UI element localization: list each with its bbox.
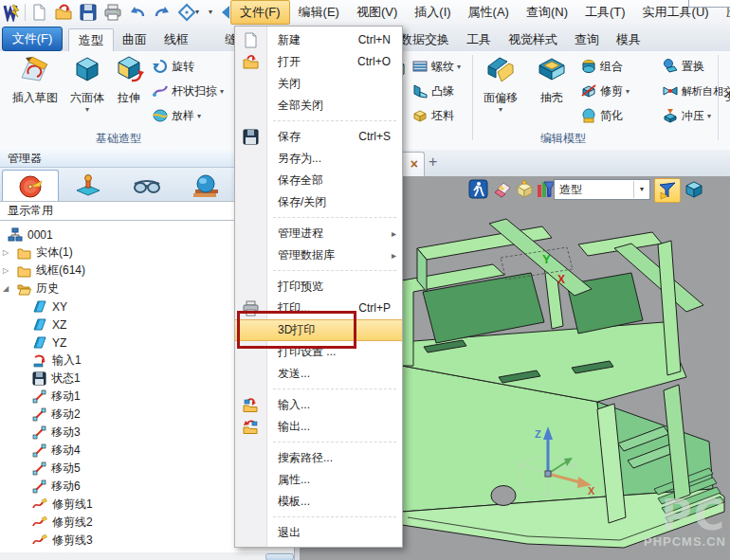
filter-toggle-button[interactable] (654, 178, 681, 203)
loft-button[interactable]: 放样▾ (152, 106, 201, 125)
move-icon (32, 461, 46, 476)
ribbon-tab-wireframe[interactable]: 线框 (155, 28, 197, 50)
view-gesture-icon[interactable] (177, 3, 196, 22)
menubar-item-view[interactable]: 视图(V) (348, 0, 406, 25)
face-offset-button[interactable]: 面偏移 ▾ (476, 53, 525, 114)
new-file-icon[interactable] (29, 3, 48, 22)
menubar-item-tools[interactable]: 工具(T) (576, 0, 634, 25)
gesture-dropdown-icon[interactable]: ▾ (195, 3, 205, 22)
menu-item-print-preview[interactable]: 打印预览 (235, 276, 402, 298)
menu-item-properties[interactable]: 属性... (235, 469, 402, 491)
menu-item-export[interactable]: 输出... (235, 416, 402, 438)
expander-icon[interactable]: ◢ (0, 284, 11, 293)
stock-icon (411, 107, 429, 124)
ribbon-tab-visual-style[interactable]: 视觉样式 (501, 28, 565, 50)
ribbon-tab-tools[interactable]: 工具 (459, 28, 499, 50)
simplify-button[interactable]: 简化 (580, 106, 623, 125)
new-tab-button[interactable]: + (429, 154, 437, 171)
combine-button[interactable]: 组合 (580, 57, 623, 76)
flange-button[interactable]: 凸缘 (411, 81, 454, 100)
resolve-self-intersection-button[interactable]: 解析自相交 (662, 81, 730, 100)
level-filter-combo[interactable]: 造型 ▾ (554, 179, 650, 200)
tab-history-manager[interactable] (2, 170, 59, 202)
menu-item-close-all[interactable]: 全部关闭 (235, 95, 402, 117)
close-tab-icon[interactable]: × (411, 155, 418, 172)
menu-item-manage-database[interactable]: 管理数据库▸ (235, 244, 402, 266)
stock-button[interactable]: 坯料 (411, 106, 454, 125)
ribbon-tab-surface[interactable]: 曲面 (114, 28, 155, 50)
ribbon-tab-inquire[interactable]: 查询 (567, 28, 607, 50)
dropdown-arrow-icon[interactable]: ▾ (476, 106, 525, 114)
menu-item-save[interactable]: 保存Ctrl+S (235, 126, 402, 148)
redo-icon[interactable] (153, 3, 172, 22)
undo-icon[interactable] (128, 3, 147, 22)
menubar-item-file[interactable]: 文件(F) (230, 0, 290, 25)
color-filter-icon[interactable] (536, 179, 556, 199)
tree-horizontal-scrollbar[interactable] (0, 552, 294, 560)
scrollbar-thumb[interactable] (265, 553, 294, 560)
tab-assembly-manager[interactable] (61, 170, 116, 201)
print-icon[interactable] (103, 3, 122, 22)
dropdown-arrow-icon[interactable]: ▾ (457, 63, 461, 71)
menu-item-send[interactable]: 发送... (235, 363, 402, 385)
menu-item-3d-print[interactable]: 3D打印 (235, 319, 402, 341)
trim-button[interactable]: 修剪▾ (580, 81, 630, 100)
menu-item-print[interactable]: 打印...Ctrl+P (235, 298, 402, 319)
save-icon[interactable] (79, 3, 98, 22)
thread-button[interactable]: 螺纹▾ (411, 57, 461, 76)
tab-view-manager[interactable] (178, 170, 233, 201)
replace-button[interactable]: 置换 (662, 57, 704, 76)
walkthrough-icon[interactable] (468, 179, 488, 199)
insert-sketch-button[interactable]: 插入草图 (6, 53, 64, 106)
menubar-item-edit[interactable]: 编辑(E) (290, 0, 348, 25)
expander-icon[interactable]: ▷ (0, 248, 11, 257)
ribbon-file-button[interactable]: 文件(F) (2, 27, 63, 51)
rod-sweep-button[interactable]: 杆状扫掠▾ (152, 81, 224, 100)
datum-box-icon[interactable] (515, 179, 535, 199)
menu-item-import[interactable]: 输入... (235, 394, 402, 416)
revolve-button[interactable]: 旋转 (152, 57, 194, 76)
dropdown-arrow-icon[interactable]: ▾ (707, 112, 711, 120)
datum-plane-icon (32, 335, 47, 350)
menu-item-save-all[interactable]: 保存全部 (235, 170, 402, 191)
datum-plane-icon (32, 299, 47, 314)
menubar-item-insert[interactable]: 插入(I) (406, 0, 459, 25)
menu-item-new[interactable]: 新建Ctrl+N (235, 29, 402, 51)
menu-item-exit[interactable]: 退出 (235, 522, 402, 544)
tab-visual-style-manager[interactable] (119, 170, 174, 201)
expander-icon[interactable]: ▷ (0, 266, 11, 275)
menu-item-search-path[interactable]: 搜索路径... (235, 447, 402, 469)
box-button[interactable]: 六面体 ▾ (66, 53, 108, 114)
punch-button[interactable]: 冲压▾ (662, 106, 711, 125)
shell-icon (536, 53, 568, 85)
menu-item-open[interactable]: 打开Ctrl+O (235, 51, 402, 73)
dropdown-arrow-icon[interactable]: ▾ (197, 112, 201, 120)
rod-sweep-icon (152, 82, 169, 99)
ribbon-tab-mold[interactable]: 模具 (609, 28, 648, 50)
partial-ribbon-button[interactable]: 变 (724, 89, 730, 105)
menu-item-save-as[interactable]: 另存为... (235, 148, 402, 170)
sphere-icon (192, 172, 220, 199)
eraser-icon[interactable] (492, 179, 512, 199)
shell-button[interactable]: 抽壳 (529, 53, 575, 106)
menu-item-template[interactable]: 模板... (235, 491, 402, 513)
customize-toolbar-icon[interactable]: ▾ (205, 3, 216, 22)
menubar-item-attribute[interactable]: 属性(A) (460, 0, 518, 25)
dropdown-arrow-icon[interactable]: ▾ (66, 106, 108, 114)
menu-item-close[interactable]: 关闭 (235, 73, 402, 95)
menu-item-print-setup[interactable]: 打印设置 ... (235, 341, 402, 363)
move-icon (32, 389, 46, 404)
extrude-button[interactable]: 拉伸 (110, 53, 148, 106)
shaded-display-button[interactable] (683, 179, 705, 200)
menu-item-manage-session[interactable]: 管理进程▸ (235, 223, 402, 244)
dropdown-arrow-icon[interactable]: ▾ (626, 87, 630, 96)
menu-item-save-close[interactable]: 保存/关闭 (235, 191, 402, 213)
group-separator (472, 55, 473, 140)
open-file-icon[interactable] (54, 3, 73, 22)
glasses-icon (133, 172, 161, 199)
menubar-item-inquire[interactable]: 查询(N) (518, 0, 576, 25)
thread-icon (411, 58, 429, 75)
dropdown-arrow-icon[interactable]: ▾ (220, 87, 224, 96)
menu-separator (273, 270, 396, 272)
ribbon-tab-shape[interactable]: 造型 (68, 28, 114, 52)
